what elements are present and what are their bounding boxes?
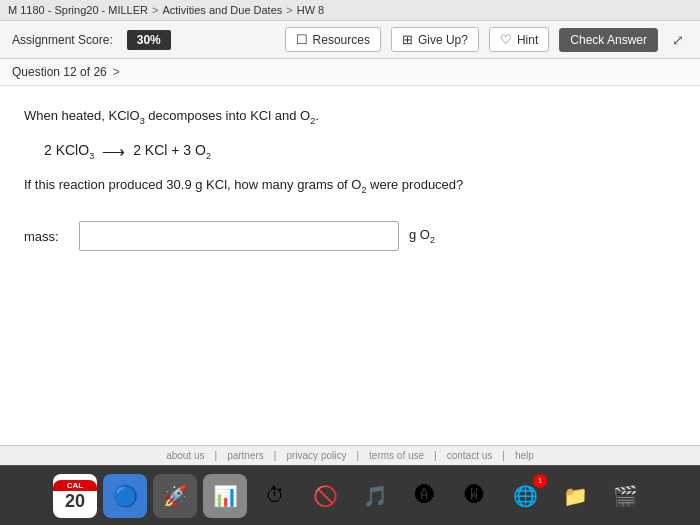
dock-calendar[interactable]: CAL 20 bbox=[53, 474, 97, 518]
dock-music[interactable]: 🎵 bbox=[353, 474, 397, 518]
check-answer-label: Check Answer bbox=[570, 33, 647, 47]
expand-icon: ⤢ bbox=[672, 32, 684, 48]
hint-button[interactable]: ♡ Hint bbox=[489, 27, 549, 52]
dock-browser[interactable]: 🌐 1 bbox=[503, 474, 547, 518]
hint-label: Hint bbox=[517, 33, 538, 47]
calendar-month: CAL bbox=[53, 480, 97, 491]
footer-contact[interactable]: contact us bbox=[447, 450, 493, 461]
breadcrumb-section[interactable]: Activities and Due Dates bbox=[162, 4, 282, 16]
give-up-label: Give Up? bbox=[418, 33, 468, 47]
breadcrumb-assignment[interactable]: HW 8 bbox=[297, 4, 325, 16]
answer-row: mass: g O2 bbox=[24, 221, 676, 251]
question-info-bar: Question 12 of 26 > bbox=[0, 59, 700, 86]
question-text: If this reaction produced 30.9 g KCl, ho… bbox=[24, 175, 676, 197]
resources-button[interactable]: ☐ Resources bbox=[285, 27, 381, 52]
unit-label: g O2 bbox=[409, 227, 435, 245]
resources-icon: ☐ bbox=[296, 32, 308, 47]
expand-button[interactable]: ⤢ bbox=[668, 30, 688, 50]
breadcrumb-course: M 1180 - Spring20 - MILLER bbox=[8, 4, 148, 16]
breadcrumb-sep1: > bbox=[152, 4, 158, 16]
problem-intro: When heated, KClO3 decomposes into KCl a… bbox=[24, 106, 676, 128]
footer-terms[interactable]: terms of use bbox=[369, 450, 424, 461]
mass-input[interactable] bbox=[79, 221, 399, 251]
give-up-icon: ⊞ bbox=[402, 32, 413, 47]
footer-about[interactable]: about us bbox=[166, 450, 204, 461]
dock-video[interactable]: 🎬 bbox=[603, 474, 647, 518]
content-area: When heated, KClO3 decomposes into KCl a… bbox=[0, 86, 700, 445]
mass-label: mass: bbox=[24, 229, 69, 244]
equation-line: 2 KClO3 ⟶ 2 KCl + 3 O2 bbox=[44, 142, 676, 161]
footer-partners[interactable]: partners bbox=[227, 450, 264, 461]
dock-app2[interactable]: ⏱ bbox=[253, 474, 297, 518]
dock-app4[interactable]: 🅐 bbox=[403, 474, 447, 518]
equation-reactant: 2 KClO3 bbox=[44, 142, 94, 161]
dock-badge: 1 bbox=[533, 474, 547, 488]
give-up-button[interactable]: ⊞ Give Up? bbox=[391, 27, 479, 52]
equation-products: 2 KCl + 3 O2 bbox=[133, 142, 211, 161]
score-label: Assignment Score: bbox=[12, 33, 113, 47]
breadcrumb: M 1180 - Spring20 - MILLER > Activities … bbox=[0, 0, 700, 21]
score-value: 30% bbox=[127, 30, 171, 50]
dock-app1[interactable]: 📊 bbox=[203, 474, 247, 518]
toolbar: Assignment Score: 30% ☐ Resources ⊞ Give… bbox=[0, 21, 700, 59]
dock-app3[interactable]: 🚫 bbox=[303, 474, 347, 518]
dock: CAL 20 🔵 🚀 📊 ⏱ 🚫 🎵 🅐 🅦 🌐 1 📁 🎬 bbox=[0, 465, 700, 525]
dock-files[interactable]: 📁 bbox=[553, 474, 597, 518]
resources-label: Resources bbox=[313, 33, 370, 47]
question-label: Question 12 of 26 bbox=[12, 65, 107, 79]
dock-finder[interactable]: 🔵 bbox=[103, 474, 147, 518]
dock-app5[interactable]: 🅦 bbox=[453, 474, 497, 518]
footer-links: about us | partners | privacy policy | t… bbox=[0, 445, 700, 465]
calendar-day: 20 bbox=[65, 491, 85, 512]
footer-privacy[interactable]: privacy policy bbox=[286, 450, 346, 461]
reaction-arrow: ⟶ bbox=[102, 142, 125, 161]
app-window: M 1180 - Spring20 - MILLER > Activities … bbox=[0, 0, 700, 465]
footer-help[interactable]: help bbox=[515, 450, 534, 461]
chevron-right-icon[interactable]: > bbox=[113, 65, 120, 79]
dock-launchpad[interactable]: 🚀 bbox=[153, 474, 197, 518]
equation-block: 2 KClO3 ⟶ 2 KCl + 3 O2 bbox=[44, 142, 676, 161]
hint-icon: ♡ bbox=[500, 32, 512, 47]
breadcrumb-sep2: > bbox=[286, 4, 292, 16]
check-answer-button[interactable]: Check Answer bbox=[559, 28, 658, 52]
